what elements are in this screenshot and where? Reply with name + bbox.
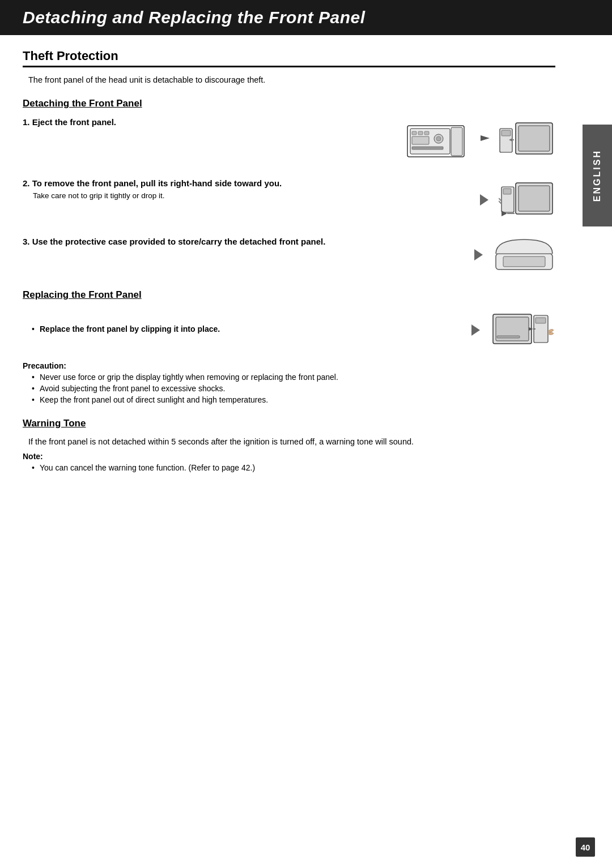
svg-rect-19 — [518, 186, 550, 211]
svg-rect-4 — [424, 131, 429, 135]
theft-protection-title: Theft Protection — [23, 49, 555, 67]
warning-tone-section: Warning Tone If the front panel is not d… — [23, 418, 555, 472]
replace-arrow-svg — [466, 310, 486, 350]
replacing-text: Replace the front panel by clipping it i… — [23, 324, 466, 336]
separated-svg — [499, 117, 555, 163]
precaution-label: Precaution: — [23, 361, 555, 370]
svg-line-23 — [499, 201, 502, 204]
step-3-images — [469, 237, 555, 273]
note-label: Note: — [23, 452, 555, 461]
note-item-1: You can cancel the warning tone function… — [32, 463, 555, 472]
precaution-block: Precaution: Never use force or grip the … — [23, 361, 555, 404]
radio-device-svg — [405, 117, 473, 163]
svg-rect-33 — [497, 336, 520, 338]
step-3-row: 3. Use the protective case provided to s… — [23, 237, 555, 273]
svg-rect-3 — [418, 131, 423, 135]
pull-arrow-illus — [474, 180, 494, 220]
case-svg — [493, 237, 555, 273]
arrow-1 — [477, 130, 494, 150]
svg-rect-21 — [503, 189, 511, 194]
side-tab: ENGLISH — [583, 125, 612, 226]
svg-rect-14 — [502, 130, 511, 136]
svg-rect-9 — [451, 127, 462, 156]
replacing-bullet-list: Replace the front panel by clipping it i… — [23, 324, 466, 333]
precaution-list: Never use force or grip the display tigh… — [23, 373, 555, 404]
svg-rect-5 — [412, 136, 429, 144]
replacing-row: Replace the front panel by clipping it i… — [23, 309, 555, 351]
step-1-text: 1. Eject the front panel. — [23, 117, 405, 127]
pull-panel-illus — [499, 178, 555, 221]
main-content: Theft Protection The front panel of the … — [0, 35, 578, 497]
header-banner: Detaching and Replacing the Front Panel — [0, 0, 612, 35]
page-wrapper: Detaching and Replacing the Front Panel … — [0, 0, 612, 868]
case-arrow-svg — [469, 237, 488, 273]
pull-panel-svg — [499, 178, 555, 221]
step-2-row: 2. To remove the front panel, pull its r… — [23, 178, 555, 221]
warning-tone-title: Warning Tone — [23, 418, 555, 429]
theft-protection-intro: The front panel of the head unit is deta… — [28, 75, 555, 84]
step-2-images — [474, 178, 555, 221]
case-illus — [493, 237, 555, 273]
detaching-section: Detaching the Front Panel 1. Eject the f… — [23, 98, 555, 273]
step-1-row: 1. Eject the front panel. — [23, 117, 555, 163]
precaution-item-2: Avoid subjecting the front panel to exce… — [32, 384, 555, 393]
step-3-title: 3. Use the protective case provided to s… — [23, 237, 325, 246]
replacing-title: Replacing the Front Panel — [23, 289, 555, 301]
step-2-body: Take care not to grip it tightly or drop… — [33, 191, 463, 200]
theft-protection-section: Theft Protection The front panel of the … — [23, 49, 555, 84]
svg-point-7 — [436, 136, 441, 141]
note-list: You can cancel the warning tone function… — [23, 463, 555, 472]
svg-marker-26 — [474, 249, 483, 260]
step-3-text: 3. Use the protective case provided to s… — [23, 237, 469, 246]
svg-rect-8 — [412, 147, 443, 149]
svg-rect-35 — [536, 318, 546, 323]
svg-rect-28 — [503, 256, 545, 267]
separated-illus — [499, 117, 555, 163]
step-2-title: 2. To remove the front panel, pull its r… — [23, 178, 282, 188]
warning-tone-desc: If the front panel is not detached withi… — [28, 437, 555, 446]
replacing-section: Replacing the Front Panel Replace the fr… — [23, 289, 555, 351]
pull-arrow-svg — [474, 180, 494, 220]
replacing-bullet-item: Replace the front panel by clipping it i… — [32, 324, 466, 333]
svg-line-22 — [499, 198, 502, 201]
svg-marker-30 — [471, 324, 480, 336]
replace-panel-illus — [490, 309, 555, 351]
side-tab-label: ENGLISH — [592, 149, 602, 202]
svg-rect-12 — [518, 126, 550, 151]
svg-marker-17 — [480, 194, 488, 206]
detaching-title: Detaching the Front Panel — [23, 98, 555, 109]
svg-marker-10 — [481, 135, 490, 141]
precaution-item-3: Keep the front panel out of direct sunli… — [32, 395, 555, 404]
radio-panel-illus — [405, 117, 473, 163]
replace-panel-svg — [490, 309, 555, 351]
step-1-title: 1. Eject the front panel. — [23, 117, 116, 127]
arrow-svg-1 — [477, 130, 494, 147]
step-1-images — [405, 117, 555, 163]
step-2-text: 2. To remove the front panel, pull its r… — [23, 178, 474, 200]
precaution-item-1: Never use force or grip the display tigh… — [32, 373, 555, 382]
replacing-images — [466, 309, 555, 351]
page-number: 40 — [576, 837, 595, 857]
page-title: Detaching and Replacing the Front Panel — [23, 8, 595, 27]
case-arrow-illus — [469, 237, 488, 273]
replace-arrow-illus — [466, 310, 486, 350]
svg-rect-2 — [412, 131, 416, 135]
